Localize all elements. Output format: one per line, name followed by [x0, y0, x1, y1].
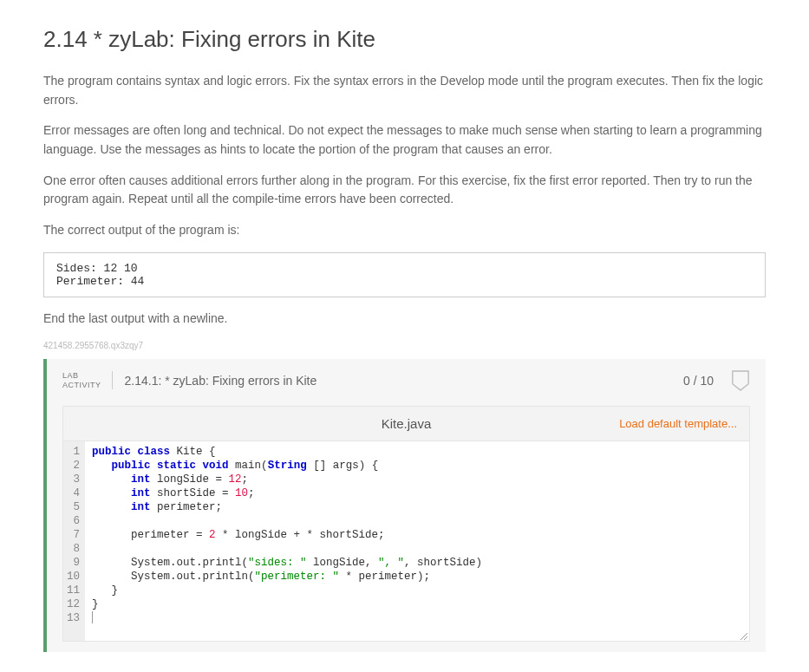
- intro-paragraph-5: End the last output with a newline.: [43, 310, 766, 329]
- load-default-template-link[interactable]: Load default template...: [619, 417, 737, 430]
- file-name-label: Kite.java: [382, 416, 432, 431]
- intro-paragraph-4: The correct output of the program is:: [43, 221, 766, 240]
- lab-activity-badge: LAB ACTIVITY: [62, 371, 113, 390]
- resize-handle-icon[interactable]: [739, 630, 747, 639]
- svg-line-0: [740, 633, 747, 640]
- lab-badge-line1: LAB: [62, 371, 101, 381]
- lab-badge-line2: ACTIVITY: [62, 381, 101, 390]
- lab-activity-panel: LAB ACTIVITY 2.14.1: * zyLab: Fixing err…: [43, 359, 766, 652]
- code-editor: Kite.java Load default template... 1 2 3…: [62, 406, 750, 642]
- line-number-gutter: 1 2 3 4 5 6 7 8 9 10 11 12 13: [63, 441, 85, 641]
- activity-title: 2.14.1: * zyLab: Fixing errors in Kite: [125, 374, 671, 388]
- editor-toolbar: Kite.java Load default template...: [63, 407, 749, 441]
- intro-paragraph-2: Error messages are often long and techni…: [43, 121, 766, 159]
- reference-id: 421458.2955768.qx3zqy7: [43, 341, 766, 350]
- code-area[interactable]: 1 2 3 4 5 6 7 8 9 10 11 12 13 public cla…: [63, 441, 749, 641]
- intro-paragraph-3: One error often causes additional errors…: [43, 172, 766, 209]
- page-title: 2.14 * zyLab: Fixing errors in Kite: [43, 26, 766, 53]
- text-cursor: [92, 611, 93, 623]
- intro-paragraph-1: The program contains syntax and logic er…: [43, 72, 766, 109]
- expected-output-box: Sides: 12 10 Perimeter: 44: [43, 252, 766, 297]
- code-content[interactable]: public class Kite { public static void m…: [85, 441, 749, 641]
- activity-score: 0 / 10: [683, 374, 714, 388]
- svg-line-1: [744, 636, 747, 640]
- shield-icon: [731, 369, 750, 392]
- activity-header: LAB ACTIVITY 2.14.1: * zyLab: Fixing err…: [62, 369, 750, 392]
